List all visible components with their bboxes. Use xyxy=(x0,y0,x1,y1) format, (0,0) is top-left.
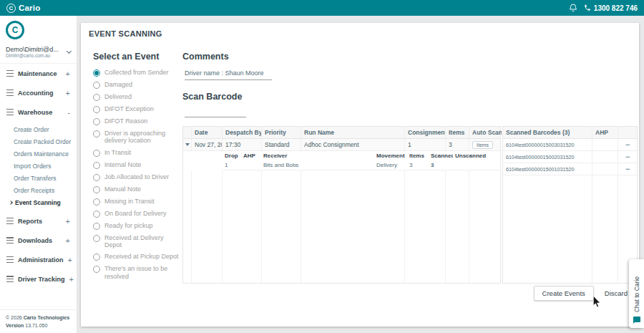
radio-label: Driver is approaching delivery location xyxy=(104,130,182,145)
sidebar-item-event-scanning[interactable]: Event Scanning xyxy=(0,196,77,208)
scan-barcode-input[interactable] xyxy=(185,109,246,117)
sidebar-item-administration[interactable]: Administration + xyxy=(0,250,77,269)
sidebar-item-order-transfers[interactable]: Order Transfers xyxy=(0,172,77,184)
radio-label: DIFOT Reason xyxy=(104,117,147,125)
remove-barcode-button[interactable]: − xyxy=(625,140,630,149)
sidebar-item-label: Accounting xyxy=(18,90,62,97)
sidebar-item-import-orders[interactable]: Import Orders xyxy=(0,160,77,172)
barcode-ahp xyxy=(592,163,618,175)
cell-ahp xyxy=(241,160,261,170)
radio-on-board-for-delivery[interactable]: On Board for Delivery xyxy=(93,210,182,218)
cell-run-name: Adhoc Consignment xyxy=(301,139,405,150)
radio-manual-note[interactable]: Manual Note xyxy=(93,185,182,193)
col-scanned: Scanned xyxy=(429,151,453,160)
radio-internal-note[interactable]: Internal Note xyxy=(93,161,182,169)
chat-label: Chat to Cario xyxy=(633,276,640,312)
action-bar: Create Events Discard xyxy=(534,286,634,301)
remove-barcode-button[interactable]: − xyxy=(625,165,630,173)
radio-driver-approaching[interactable]: Driver is approaching delivery location xyxy=(93,130,182,145)
radio-icon xyxy=(93,186,100,193)
mouse-cursor xyxy=(593,296,601,308)
chevron-down-icon xyxy=(67,48,72,53)
contact-phone[interactable]: 1300 822 746 xyxy=(584,4,638,12)
sidebar-item-accounting[interactable]: Accounting + xyxy=(0,83,77,102)
sidebar-item-order-receipts[interactable]: Order Receipts xyxy=(0,184,77,196)
col-ahp: AHP xyxy=(241,151,261,160)
sidebar-item-create-order[interactable]: Create Order xyxy=(0,123,77,135)
scanned-barcodes-title: Scanned Barcodes (3) xyxy=(503,127,592,138)
radio-label: There's an issue to be resolved xyxy=(104,265,182,280)
sidebar-item-reports[interactable]: Reports + xyxy=(0,211,77,231)
main-card: EVENT SCANNING Select an Event Collected… xyxy=(81,23,639,327)
menu-icon xyxy=(6,109,14,115)
bell-icon[interactable] xyxy=(569,4,577,12)
version-value: 13.71.050 xyxy=(25,323,47,328)
comments-heading: Comments xyxy=(182,52,638,62)
table-empty-area xyxy=(183,170,500,283)
cell-drop: 1 xyxy=(223,160,241,170)
menu-icon xyxy=(6,256,14,263)
phone-number: 1300 822 746 xyxy=(594,4,638,12)
page-title: EVENT SCANNING xyxy=(89,29,162,38)
user-email: Dimitri@cario.com.au xyxy=(6,53,63,58)
chat-to-cario-tab[interactable]: Chat to Cario xyxy=(629,259,644,328)
remove-barcode-button[interactable]: − xyxy=(625,153,630,161)
radio-received-pickup-depot[interactable]: Received at Pickup Depot xyxy=(93,253,182,261)
radio-in-transit[interactable]: In Transit xyxy=(93,149,182,157)
radio-ready-for-pickup[interactable]: Ready for pickup xyxy=(93,222,182,230)
sidebar-item-warehouse[interactable]: Warehouse - xyxy=(0,102,77,122)
radio-damaged[interactable]: Damaged xyxy=(93,81,182,89)
radio-icon xyxy=(93,130,100,137)
user-menu[interactable]: Demo\Dimitri@d... Dimitri@cario.com.au xyxy=(0,44,77,64)
cell-detail-items: 3 xyxy=(407,160,429,170)
sidebar-item-maintenance[interactable]: Maintenance + xyxy=(0,64,77,83)
sidebar-item-orders-maintenance[interactable]: Orders Maintenance xyxy=(0,148,77,160)
col-detail-items: Items xyxy=(407,151,429,160)
radio-label: Internal Note xyxy=(104,161,142,168)
create-events-button[interactable]: Create Events xyxy=(534,286,594,301)
sidebar-item-create-packed-order[interactable]: Create Packed Order xyxy=(0,135,77,148)
col-movement: Movement xyxy=(374,151,407,160)
barcode-ahp xyxy=(592,139,618,150)
radio-received-delivery-depot[interactable]: Received at Delivery Depot xyxy=(93,234,182,249)
radio-job-allocated[interactable]: Job Allocated to Driver xyxy=(93,173,182,181)
radio-label: Missing in Transit xyxy=(104,198,155,205)
scan-barcode-heading: Scan Barcode xyxy=(182,92,638,102)
consignment-detail: Drop AHP Receiver Movement Items Scanned… xyxy=(223,151,502,170)
barcode-value: 6104test00000015001031520 xyxy=(503,163,592,175)
warehouse-submenu: Create Order Create Packed Order Orders … xyxy=(0,122,77,211)
auto-scan-select[interactable]: Items xyxy=(472,141,493,149)
expand-caret-icon[interactable] xyxy=(185,143,190,146)
driver-name-input[interactable]: Driver name : Shaun Moore xyxy=(185,69,272,80)
consignment-table: Date Despatch By Priority Run Name Consi… xyxy=(182,126,501,284)
consignment-row[interactable]: Nov 27, 2025 17:30 Standard Adhoc Consig… xyxy=(183,139,500,151)
radio-icon xyxy=(93,211,100,218)
copyright-company: Cario Technologies xyxy=(24,315,69,320)
radio-difot-reason[interactable]: DIFOT Reason xyxy=(93,117,182,125)
radio-icon xyxy=(93,150,100,157)
col-ahp-header: AHP xyxy=(592,127,618,138)
radio-collected-from-sender[interactable]: Collected from Sender xyxy=(93,69,182,77)
sidebar-item-downloads[interactable]: Downloads + xyxy=(0,231,77,250)
expand-plus-icon: + xyxy=(66,69,70,78)
sidebar-item-label: Warehouse xyxy=(18,109,63,116)
radio-label: Received at Delivery Depot xyxy=(104,234,182,249)
brand-logo: C Cario xyxy=(6,4,40,13)
sidebar-item-driver-tracking[interactable]: Driver Tracking + xyxy=(0,269,77,289)
chevron-right-icon xyxy=(9,201,13,205)
radio-icon xyxy=(93,82,100,89)
sidebar-item-label: Maintenance xyxy=(18,70,62,77)
sidebar-item-label: Downloads xyxy=(18,237,62,244)
radio-label: On Board for Delivery xyxy=(104,210,167,217)
radio-icon xyxy=(93,162,100,169)
copyright-year: © 2026 xyxy=(6,315,22,320)
radio-missing-in-transit[interactable]: Missing in Transit xyxy=(93,198,182,206)
radio-icon xyxy=(93,94,100,101)
barcode-value: 6104test00000015002031520 xyxy=(503,151,592,163)
radio-difot-exception[interactable]: DIFOT Exception xyxy=(93,105,182,113)
radio-issue-to-be-resolved[interactable]: There's an issue to be resolved xyxy=(93,265,182,280)
radio-delivered[interactable]: Delivered xyxy=(93,93,182,101)
cell-movement: Delivery xyxy=(374,160,407,170)
expand-plus-icon: + xyxy=(66,236,70,245)
radio-icon xyxy=(93,235,100,242)
